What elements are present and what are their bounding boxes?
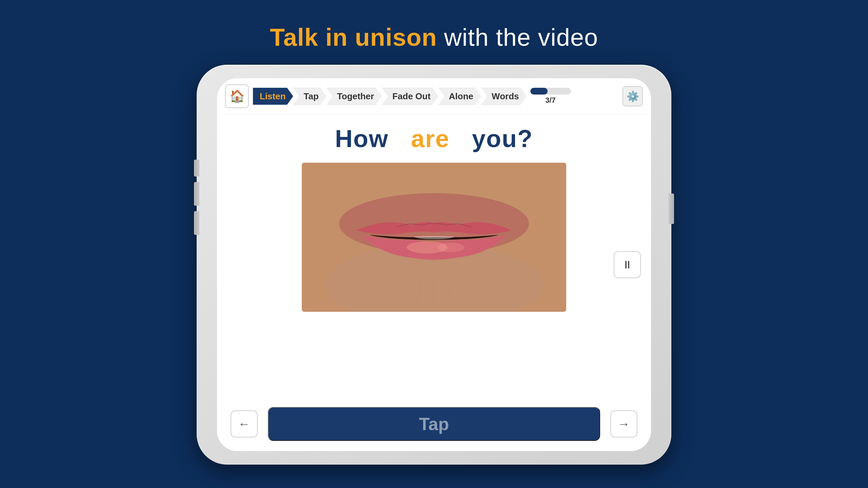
progress-bar-fill — [530, 88, 548, 95]
tap-button-label: Tap — [419, 414, 449, 434]
page-title: Talk in unison with the video — [270, 23, 598, 51]
back-arrow-icon: ← — [238, 417, 250, 431]
step-together[interactable]: Together — [327, 88, 382, 105]
lips-svg — [302, 163, 566, 312]
steps-container: Listen Tap Together Fade Out Alone Words — [253, 88, 616, 105]
step-words[interactable]: Words — [481, 88, 527, 105]
sentence-display: How are you? — [335, 125, 533, 152]
settings-icon: ⚙️ — [627, 90, 639, 102]
phone-volume-buttons — [194, 160, 199, 235]
step-tap[interactable]: Tap — [293, 88, 327, 105]
back-button[interactable]: ← — [231, 410, 258, 438]
word-you: you? — [472, 125, 533, 152]
phone-right-btn — [669, 194, 674, 224]
home-button[interactable]: 🏠 — [225, 84, 249, 108]
forward-button[interactable]: → — [610, 410, 637, 438]
bottom-area: ← Tap → — [217, 400, 651, 451]
title-rest: with the video — [437, 24, 598, 51]
word-are: are — [411, 125, 450, 152]
svg-point-4 — [437, 243, 465, 252]
progress-text: 3/7 — [545, 96, 556, 105]
lips-visual — [302, 163, 566, 312]
forward-arrow-icon: → — [618, 417, 630, 431]
step-listen[interactable]: Listen — [253, 88, 293, 105]
progress-bar-container — [530, 88, 571, 95]
home-icon: 🏠 — [230, 89, 245, 103]
title-highlight: Talk in unison — [270, 24, 437, 51]
phone-screen: 🏠 Listen Tap Together Fade Out Alone — [217, 78, 651, 451]
phone-frame: 🏠 Listen Tap Together Fade Out Alone — [197, 65, 671, 465]
phone-button-top — [194, 160, 199, 177]
nav-bar: 🏠 Listen Tap Together Fade Out Alone — [217, 78, 651, 115]
tap-button[interactable]: Tap — [268, 407, 600, 441]
video-container[interactable] — [302, 163, 566, 312]
pause-button[interactable]: ⏸ — [614, 251, 641, 278]
phone-button-vol-down — [194, 211, 199, 235]
pause-icon: ⏸ — [622, 259, 633, 271]
svg-rect-8 — [302, 163, 566, 190]
word-how: How — [335, 125, 389, 152]
phone-button-vol-up — [194, 182, 199, 206]
main-content: How are you? — [217, 115, 651, 400]
step-fadeout[interactable]: Fade Out — [382, 88, 438, 105]
progress-area: 3/7 — [530, 88, 571, 105]
phone-power-button — [669, 194, 674, 224]
settings-button[interactable]: ⚙️ — [623, 86, 643, 106]
step-alone[interactable]: Alone — [438, 88, 481, 105]
